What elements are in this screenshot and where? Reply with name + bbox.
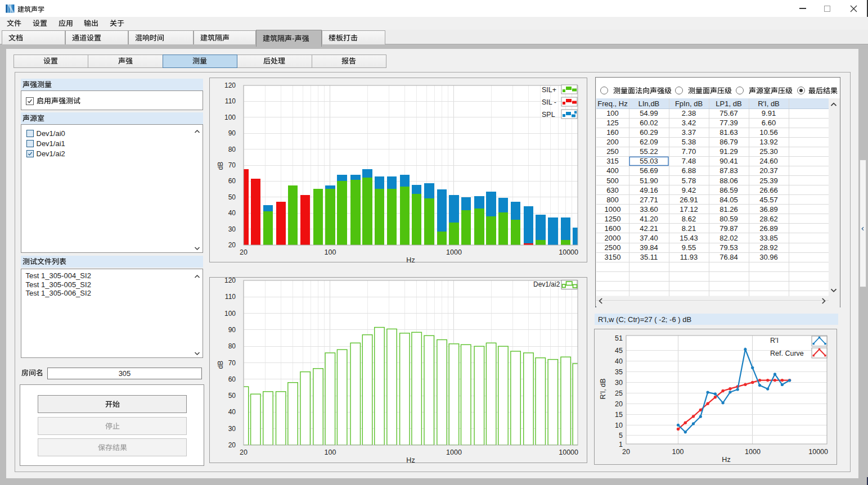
svg-text:90.41: 90.41	[719, 157, 738, 165]
svg-text:26.89: 26.89	[759, 224, 778, 233]
svg-text:SIL+: SIL+	[542, 86, 556, 94]
svg-text:630: 630	[606, 186, 619, 194]
svg-text:49.16: 49.16	[640, 186, 658, 194]
svg-text:1000: 1000	[446, 248, 462, 256]
svg-text:Hz: Hz	[722, 456, 730, 464]
svg-text:120: 120	[224, 278, 236, 284]
svg-text:dB: dB	[217, 162, 224, 170]
svg-text:51.90: 51.90	[640, 176, 658, 185]
svg-text:Freq., Hz: Freq., Hz	[597, 99, 627, 108]
svg-text:75.67: 75.67	[719, 109, 738, 117]
svg-text:10000: 10000	[808, 448, 828, 456]
svg-text:15.43: 15.43	[680, 234, 698, 242]
svg-text:8.62: 8.62	[682, 215, 696, 223]
svg-text:9.42: 9.42	[682, 186, 696, 194]
svg-text:30: 30	[615, 379, 623, 387]
svg-text:26.91: 26.91	[680, 196, 698, 204]
svg-text:SPL: SPL	[542, 111, 555, 119]
svg-text:100: 100	[325, 248, 336, 256]
svg-text:7.48: 7.48	[682, 157, 696, 165]
svg-text:30: 30	[228, 425, 236, 433]
svg-text:250: 250	[606, 147, 619, 156]
svg-text:33.85: 33.85	[759, 234, 778, 242]
svg-text:11.93: 11.93	[680, 253, 698, 261]
svg-text:1000: 1000	[446, 448, 462, 456]
svg-text:17.12: 17.12	[680, 205, 698, 214]
svg-text:79.87: 79.87	[719, 224, 738, 233]
svg-text:3150: 3150	[605, 253, 621, 261]
svg-text:86.79: 86.79	[719, 138, 738, 146]
svg-text:60.29: 60.29	[640, 128, 658, 137]
svg-text:1000: 1000	[745, 448, 761, 456]
svg-text:60: 60	[228, 177, 236, 185]
svg-text:2.38: 2.38	[682, 109, 696, 117]
svg-text:2000: 2000	[605, 234, 621, 242]
svg-text:36.89: 36.89	[759, 205, 778, 214]
svg-text:10000: 10000	[559, 248, 578, 256]
svg-text:86.59: 86.59	[719, 186, 738, 194]
svg-text:50: 50	[228, 392, 236, 400]
svg-text:40: 40	[228, 408, 236, 416]
svg-text:15: 15	[615, 411, 623, 419]
svg-text:20: 20	[240, 448, 248, 456]
svg-text:88.06: 88.06	[719, 176, 738, 185]
svg-text:100: 100	[224, 114, 236, 121]
svg-text:51: 51	[615, 334, 623, 342]
svg-text:9.91: 9.91	[762, 109, 776, 117]
svg-text:30: 30	[228, 225, 236, 233]
svg-text:10000: 10000	[559, 448, 578, 456]
svg-text:76.84: 76.84	[719, 253, 738, 261]
svg-text:160: 160	[606, 128, 619, 137]
svg-text:27.71: 27.71	[640, 196, 658, 204]
svg-text:70: 70	[228, 359, 236, 367]
svg-text:87.83: 87.83	[719, 166, 738, 175]
svg-text:90: 90	[228, 326, 236, 334]
svg-text:45.57: 45.57	[759, 196, 778, 204]
svg-text:R'I, dB: R'I, dB	[599, 378, 607, 399]
svg-text:42.21: 42.21	[640, 224, 658, 233]
svg-text:45: 45	[615, 347, 623, 355]
svg-text:1600: 1600	[605, 224, 621, 233]
svg-text:800: 800	[606, 196, 619, 204]
svg-text:dB: dB	[217, 361, 224, 369]
svg-text:100: 100	[606, 109, 619, 117]
svg-text:40: 40	[228, 209, 236, 217]
svg-text:56.69: 56.69	[640, 166, 658, 175]
svg-text:33.60: 33.60	[640, 205, 658, 214]
svg-text:26.66: 26.66	[759, 186, 778, 194]
svg-text:55.22: 55.22	[640, 147, 658, 156]
svg-text:91.29: 91.29	[719, 147, 738, 156]
svg-text:1000: 1000	[605, 205, 621, 214]
svg-text:6.60: 6.60	[762, 119, 776, 127]
svg-text:200: 200	[606, 138, 619, 146]
svg-text:LP1, dB: LP1, dB	[716, 99, 741, 108]
svg-text:10.56: 10.56	[759, 128, 778, 137]
svg-text:120: 120	[224, 81, 236, 89]
svg-text:110: 110	[225, 97, 236, 105]
svg-text:SIL -: SIL -	[542, 98, 556, 106]
svg-text:62.09: 62.09	[640, 138, 658, 146]
svg-text:9.55: 9.55	[682, 243, 696, 252]
svg-text:60.02: 60.02	[640, 119, 658, 127]
svg-text:20: 20	[228, 241, 236, 249]
svg-text:82.02: 82.02	[719, 234, 738, 242]
svg-text:6.88: 6.88	[682, 166, 696, 175]
svg-text:110: 110	[225, 293, 236, 301]
svg-text:3.37: 3.37	[682, 128, 696, 137]
svg-text:35.11: 35.11	[640, 253, 658, 261]
svg-text:80: 80	[228, 146, 236, 153]
svg-text:100: 100	[672, 448, 684, 456]
svg-text:40: 40	[615, 357, 623, 365]
svg-text:80: 80	[228, 342, 236, 350]
svg-text:25: 25	[615, 389, 623, 397]
svg-text:79.53: 79.53	[719, 243, 738, 252]
svg-text:100: 100	[325, 448, 336, 456]
svg-text:1250: 1250	[605, 215, 621, 223]
svg-text:315: 315	[606, 157, 619, 165]
svg-text:R'I: R'I	[770, 337, 779, 345]
svg-text:5.78: 5.78	[682, 176, 696, 185]
svg-text:5.38: 5.38	[682, 138, 696, 146]
svg-text:125: 125	[606, 119, 619, 127]
svg-text:20: 20	[228, 441, 236, 449]
svg-text:2500: 2500	[605, 243, 621, 252]
